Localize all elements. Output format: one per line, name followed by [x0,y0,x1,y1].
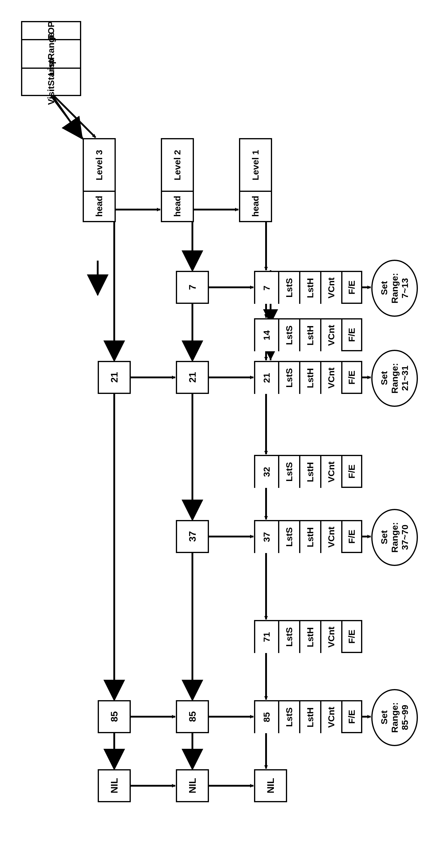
l2-node-21: 21 [176,361,209,394]
top-block: TOP ListRange VisitStamp [21,21,81,96]
level3-header: Level 3 head [83,138,116,222]
l3-node-nil: NIL [98,769,131,802]
level1-head: head [250,196,261,217]
l2-node-7: 7 [176,271,209,304]
level1-label: Level 1 [250,150,261,181]
range-21-31: SetRange:21~31 [371,350,418,407]
level2-label: Level 2 [172,150,182,181]
l1-node-7: 7 LstS LstH VCnt F/E [254,271,362,304]
l2-node-nil: NIL [176,769,209,802]
l3-node-85: 85 [98,700,131,733]
l2-node-37: 37 [176,520,209,553]
l1-node-32: 32 LstS LstH VCnt F/E [254,455,362,488]
l1-node-37: 37 LstS LstH VCnt F/E [254,520,362,553]
l1-node-nil: NIL [254,769,287,802]
range-37-70: SetRange:37~70 [371,509,418,566]
level2-header: Level 2 head [161,138,194,222]
svg-line-28 [54,96,95,137]
level3-label: Level 3 [94,150,104,181]
l1-node-14: 14 LstS LstH VCnt F/E [254,318,362,351]
l3-node-21: 21 [98,361,131,394]
level2-head: head [172,196,182,217]
level1-header: Level 1 head [239,138,272,222]
top-visitstamp: VisitStamp [46,59,56,105]
range-7-13: SetRange:7~13 [371,260,418,317]
l1-node-85: 85 LstS LstH VCnt F/E [254,700,362,733]
l1-node-71: 71 LstS LstH VCnt F/E [254,620,362,653]
svg-line-15 [53,96,82,138]
range-85-99: SetRange:85~99 [371,689,418,746]
level3-head: head [94,196,104,217]
l1-node-21: 21 LstS LstH VCnt F/E [254,361,362,394]
diagram-canvas: TOP ListRange VisitStamp Level 3 head Le… [9,9,417,859]
l2-node-85: 85 [176,700,209,733]
